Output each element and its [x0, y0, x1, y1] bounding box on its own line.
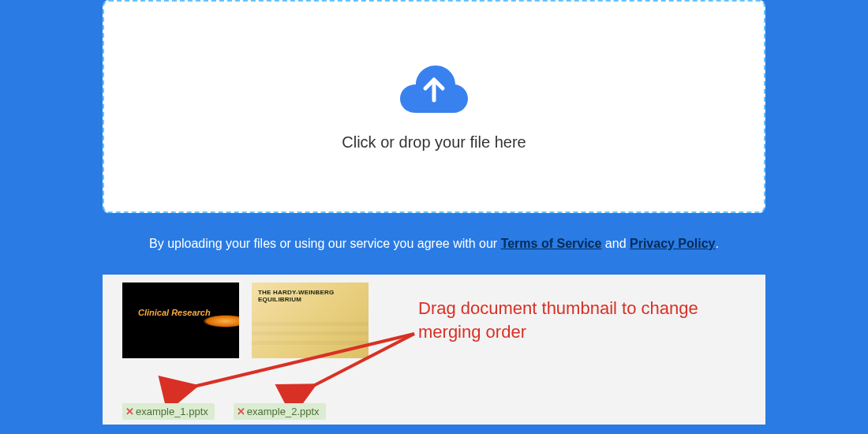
thumbnail-2-decor — [252, 331, 369, 335]
close-icon[interactable]: ✕ — [237, 406, 245, 417]
file-chip-row: ✕ example_1.pptx ✕ example_2.pptx — [122, 403, 326, 420]
agreement-text: By uploading your files or using our ser… — [103, 237, 765, 251]
thumbnail-2-title: THE HARDY-WEINBERG EQUILIBRIUM — [258, 289, 335, 303]
file-tray: Clinical Research THE HARDY-WEINBERG EQU… — [103, 275, 765, 425]
thumbnail-2-decor — [252, 322, 369, 326]
file-chip-1-label: example_1.pptx — [136, 406, 208, 417]
thumbnail-row: Clinical Research THE HARDY-WEINBERG EQU… — [122, 282, 746, 358]
thumbnail-1[interactable]: Clinical Research — [122, 282, 239, 358]
cloud-upload-icon — [398, 62, 470, 116]
thumbnail-2[interactable]: THE HARDY-WEINBERG EQUILIBRIUM — [252, 282, 369, 358]
agreement-prefix: By uploading your files or using our ser… — [149, 237, 501, 250]
thumbnail-2-decor — [252, 341, 369, 345]
agreement-suffix: . — [716, 237, 719, 250]
privacy-policy-link[interactable]: Privacy Policy — [630, 237, 716, 250]
thumbnail-1-graphic — [187, 312, 239, 330]
upload-dropzone[interactable]: Click or drop your file here — [103, 0, 765, 213]
file-chip-2[interactable]: ✕ example_2.pptx — [234, 403, 326, 420]
file-chip-1[interactable]: ✕ example_1.pptx — [122, 403, 215, 420]
terms-of-service-link[interactable]: Terms of Service — [501, 237, 602, 250]
file-chip-2-label: example_2.pptx — [247, 406, 320, 417]
dropzone-prompt: Click or drop your file here — [342, 133, 526, 152]
agreement-connector: and — [601, 237, 630, 250]
close-icon[interactable]: ✕ — [125, 406, 134, 417]
